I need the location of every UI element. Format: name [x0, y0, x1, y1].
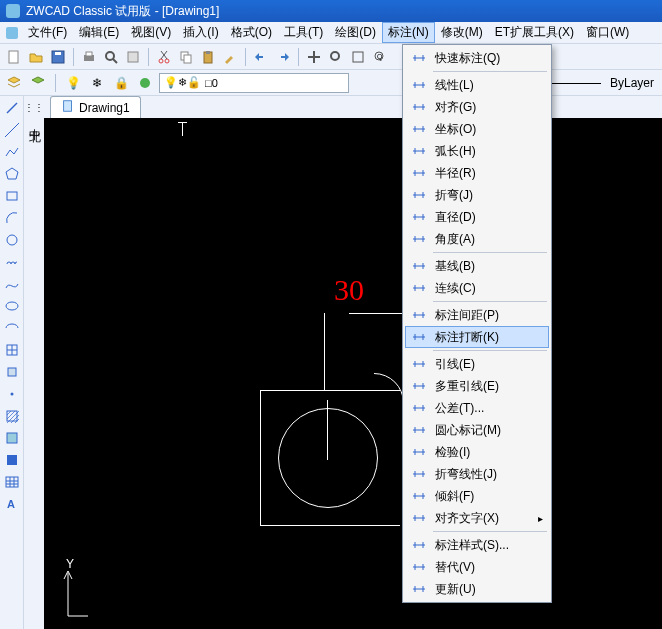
gradient-icon[interactable]: [2, 428, 22, 448]
oblique-icon: [409, 487, 429, 505]
publish-icon[interactable]: [123, 47, 143, 67]
match-prop-icon[interactable]: [220, 47, 240, 67]
redo-icon[interactable]: [273, 47, 293, 67]
menu-item-oblique[interactable]: 倾斜(F): [405, 485, 549, 507]
menu-item-jog-linear[interactable]: 折弯线性(J): [405, 463, 549, 485]
menu-item-align-text[interactable]: 对齐文字(X)▸: [405, 507, 549, 529]
menu-item-leader[interactable]: 引线(E): [405, 353, 549, 375]
menu-separator: [433, 531, 547, 532]
preview-icon[interactable]: [101, 47, 121, 67]
make-block-icon[interactable]: [2, 362, 22, 382]
construction-line-icon[interactable]: [2, 120, 22, 140]
region-icon[interactable]: [2, 450, 22, 470]
spline-icon[interactable]: [2, 274, 22, 294]
layer-manager-icon[interactable]: [4, 73, 24, 93]
menu-item-label: 基线(B): [435, 258, 475, 275]
svg-rect-0: [6, 27, 18, 39]
print-icon[interactable]: [79, 47, 99, 67]
menu-item-baseline[interactable]: 基线(B): [405, 255, 549, 277]
menu-item-label: 标注样式(S)...: [435, 537, 509, 554]
paste-icon[interactable]: [198, 47, 218, 67]
zoom-realtime-icon[interactable]: [326, 47, 346, 67]
table-icon[interactable]: [2, 472, 22, 492]
menu-tools[interactable]: 工具(T): [278, 22, 329, 43]
circle-icon[interactable]: [2, 230, 22, 250]
line-icon[interactable]: [2, 98, 22, 118]
menu-item-ordinate[interactable]: 坐标(O): [405, 118, 549, 140]
menu-item-tolerance[interactable]: 公差(T)...: [405, 397, 549, 419]
polyline-icon[interactable]: [2, 142, 22, 162]
hatch-icon[interactable]: [2, 406, 22, 426]
open-icon[interactable]: [26, 47, 46, 67]
menu-item-jogged[interactable]: 折弯(J): [405, 184, 549, 206]
zoom-window-icon[interactable]: [348, 47, 368, 67]
svg-text:Q: Q: [377, 53, 383, 61]
layer-prev-icon[interactable]: [28, 73, 48, 93]
jogged-icon: [409, 186, 429, 204]
menu-file[interactable]: 文件(F): [22, 22, 73, 43]
menu-bar: 文件(F) 编辑(E) 视图(V) 插入(I) 格式(O) 工具(T) 绘图(D…: [0, 22, 662, 44]
menu-dimension[interactable]: 标注(N): [382, 22, 435, 43]
svg-point-6: [106, 52, 114, 60]
linetype-display: ByLayer: [541, 76, 658, 90]
menu-etext[interactable]: ET扩展工具(X): [489, 22, 580, 43]
menu-item-space[interactable]: 标注间距(P): [405, 304, 549, 326]
menu-item-update[interactable]: 更新(U): [405, 578, 549, 600]
menu-edit[interactable]: 编辑(E): [73, 22, 125, 43]
menu-item-inspect[interactable]: 检验(I): [405, 441, 549, 463]
svg-marker-24: [6, 168, 18, 179]
menu-format[interactable]: 格式(O): [225, 22, 278, 43]
menu-item-mleader[interactable]: 多重引线(E): [405, 375, 549, 397]
layer-color-icon[interactable]: [135, 73, 155, 93]
vertical-label: 中北: [26, 115, 43, 123]
menu-item-continue[interactable]: 连续(C): [405, 277, 549, 299]
layer-lock-icon[interactable]: 🔒: [111, 73, 131, 93]
menu-window[interactable]: 窗口(W): [580, 22, 635, 43]
ordinate-icon: [409, 120, 429, 138]
polygon-icon[interactable]: [2, 164, 22, 184]
angular-icon: [409, 230, 429, 248]
insert-block-icon[interactable]: [2, 340, 22, 360]
save-icon[interactable]: [48, 47, 68, 67]
layer-combo[interactable]: 💡❄🔓 □0: [159, 73, 349, 93]
menu-item-override[interactable]: 替代(V): [405, 556, 549, 578]
doc-icon: [61, 99, 75, 116]
menu-item-aligned[interactable]: 对齐(G): [405, 96, 549, 118]
menu-item-linear[interactable]: 线性(L): [405, 74, 549, 96]
menu-modify[interactable]: 修改(M): [435, 22, 489, 43]
menu-item-center-mark[interactable]: 圆心标记(M): [405, 419, 549, 441]
menu-item-label: 连续(C): [435, 280, 476, 297]
point-icon[interactable]: [2, 384, 22, 404]
document-tab[interactable]: Drawing1: [50, 96, 141, 118]
linetype-label: ByLayer: [610, 76, 654, 90]
ellipse-arc-icon[interactable]: [2, 318, 22, 338]
layer-freeze-icon[interactable]: ❄: [87, 73, 107, 93]
menu-item-dim-style[interactable]: 标注样式(S)...: [405, 534, 549, 556]
menu-view[interactable]: 视图(V): [125, 22, 177, 43]
menu-item-quick-dim[interactable]: 快速标注(Q): [405, 47, 549, 69]
pan-icon[interactable]: [304, 47, 324, 67]
copy-icon[interactable]: [176, 47, 196, 67]
menu-item-radius[interactable]: 半径(R): [405, 162, 549, 184]
dim-ext-line: [324, 313, 325, 390]
menu-item-arc-len[interactable]: 弧长(H): [405, 140, 549, 162]
menu-insert[interactable]: 插入(I): [177, 22, 224, 43]
svg-rect-31: [7, 411, 17, 421]
layer-state-icon[interactable]: 💡: [63, 73, 83, 93]
menu-item-diameter[interactable]: 直径(D): [405, 206, 549, 228]
drawing-canvas[interactable]: 30 Y: [44, 118, 662, 629]
cut-icon[interactable]: [154, 47, 174, 67]
ellipse-icon[interactable]: [2, 296, 22, 316]
new-icon[interactable]: [4, 47, 24, 67]
menu-item-break[interactable]: 标注打断(K): [405, 326, 549, 348]
zoom-prev-icon[interactable]: Q: [370, 47, 390, 67]
app-menu-icon[interactable]: [2, 23, 22, 43]
rectangle-icon[interactable]: [2, 186, 22, 206]
menu-item-angular[interactable]: 角度(A): [405, 228, 549, 250]
menu-draw[interactable]: 绘图(D): [329, 22, 382, 43]
revcloud-icon[interactable]: [2, 252, 22, 272]
arc-icon[interactable]: [2, 208, 22, 228]
mtext-icon[interactable]: A: [2, 494, 22, 514]
undo-icon[interactable]: [251, 47, 271, 67]
svg-point-26: [7, 235, 17, 245]
